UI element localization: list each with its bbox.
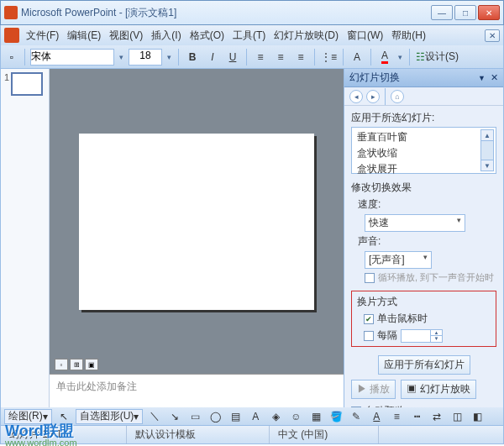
arrow-tool-icon[interactable]: ↘ bbox=[166, 408, 183, 425]
menu-insert[interactable]: 插入(I) bbox=[148, 27, 184, 45]
interval-spinner[interactable]: ▲ ▼ bbox=[401, 329, 443, 343]
interval-value bbox=[402, 330, 430, 342]
on-click-checkbox[interactable]: ✔ bbox=[364, 314, 374, 324]
spin-down-icon[interactable]: ▼ bbox=[430, 336, 442, 342]
rect-tool-icon[interactable]: ▭ bbox=[186, 408, 203, 425]
task-pane-dropdown-icon[interactable]: ▼ bbox=[478, 74, 486, 82]
nav-back-icon[interactable]: ◂ bbox=[349, 90, 363, 103]
slide-canvas-area: 单击此处添加备注 ▫ ⊞ ▣ bbox=[50, 69, 344, 407]
close-button[interactable]: ✕ bbox=[478, 5, 500, 20]
slide-thumbnails-panel: 1 bbox=[1, 69, 50, 407]
arrow-style-icon[interactable]: ⇄ bbox=[428, 408, 445, 425]
app-icon bbox=[4, 6, 18, 19]
underline-button[interactable]: U bbox=[224, 49, 241, 66]
font-color-button[interactable]: A bbox=[376, 49, 393, 66]
task-pane: 幻灯片切换 ▼ ✕ ◂ ▸ ⌂ 应用于所选幻灯片: 垂直百叶窗 盒状收缩 盒状展… bbox=[344, 69, 503, 407]
nav-forward-icon[interactable]: ▸ bbox=[366, 90, 380, 103]
font-name: 宋体 bbox=[31, 50, 51, 62]
bullets-button[interactable]: ⋮≡ bbox=[320, 49, 338, 66]
align-right-button[interactable]: ≡ bbox=[292, 49, 309, 66]
line-style-icon[interactable]: ≡ bbox=[388, 408, 405, 425]
loop-checkbox[interactable] bbox=[365, 273, 375, 283]
autoshapes-label: 自选图形(U) bbox=[80, 409, 134, 423]
clipart-tool-icon[interactable]: ☺ bbox=[287, 408, 304, 425]
align-left-button[interactable]: ≡ bbox=[252, 49, 269, 66]
size-dropdown-icon[interactable]: ▾ bbox=[165, 53, 173, 61]
speed-label: 速度: bbox=[358, 197, 381, 212]
caret-icon: ▾ bbox=[457, 216, 461, 224]
thumbnail-item[interactable]: 1 bbox=[4, 72, 45, 96]
oval-tool-icon[interactable]: ◯ bbox=[207, 408, 223, 425]
normal-view-button[interactable]: ▫ bbox=[55, 359, 68, 370]
diagram-tool-icon[interactable]: ◈ bbox=[267, 408, 284, 425]
drawing-toolbar: 绘图(R) ▾ ↖ 自选图形(U) ▾ ＼ ↘ ▭ ◯ ▤ A ◈ ☺ ▦ 🪣 … bbox=[0, 407, 504, 426]
on-click-label: 单击鼠标时 bbox=[377, 312, 428, 326]
autoshapes-menu[interactable]: 自选图形(U) ▾ bbox=[76, 409, 144, 424]
slideshow-view-button[interactable]: ▣ bbox=[85, 359, 98, 370]
doc-close-button[interactable]: ✕ bbox=[485, 29, 500, 42]
font-color-icon[interactable]: A bbox=[368, 408, 385, 425]
menu-help[interactable]: 帮助(H) bbox=[388, 27, 429, 45]
italic-button[interactable]: I bbox=[204, 49, 221, 66]
font-size-selector[interactable]: 18 bbox=[129, 49, 162, 66]
maximize-button[interactable]: □ bbox=[454, 5, 476, 20]
watermark-url: www.wordlm.com bbox=[5, 438, 77, 446]
new-doc-icon[interactable]: ▫ bbox=[4, 50, 19, 65]
slideshow-label: 幻灯片放映 bbox=[420, 383, 470, 395]
notes-pane[interactable]: 单击此处添加备注 bbox=[50, 374, 344, 407]
menu-format[interactable]: 格式(O) bbox=[186, 27, 228, 45]
effect-item[interactable]: 盒状展开 bbox=[354, 161, 480, 177]
titlebar: Microsoft PowerPoint - [演示文稿1] — □ ✕ bbox=[0, 0, 504, 25]
slide[interactable] bbox=[79, 134, 314, 310]
modify-label: 修改切换效果 bbox=[351, 181, 496, 195]
effect-item[interactable]: 垂直百叶窗 bbox=[354, 129, 480, 145]
transition-effect-list[interactable]: 垂直百叶窗 盒状收缩 盒状展开 ▲ ▼ bbox=[351, 127, 496, 174]
menu-view[interactable]: 视图(V) bbox=[106, 27, 146, 45]
menu-window[interactable]: 窗口(W) bbox=[344, 27, 386, 45]
picture-tool-icon[interactable]: ▦ bbox=[307, 408, 324, 425]
sorter-view-button[interactable]: ⊞ bbox=[70, 359, 83, 370]
align-center-button[interactable]: ≡ bbox=[272, 49, 289, 66]
minimize-button[interactable]: — bbox=[431, 5, 453, 20]
spin-up-icon[interactable]: ▲ bbox=[430, 330, 442, 336]
thumbnail-preview bbox=[11, 72, 43, 96]
3d-icon[interactable]: ◧ bbox=[469, 408, 486, 425]
font-color-dropdown-icon[interactable]: ▾ bbox=[396, 53, 404, 61]
apply-all-button[interactable]: 应用于所有幻灯片 bbox=[378, 355, 470, 375]
design-label: 设计(S) bbox=[425, 50, 459, 64]
menu-tools[interactable]: 工具(T) bbox=[229, 27, 269, 45]
scroll-up-icon[interactable]: ▲ bbox=[480, 129, 494, 141]
effect-item[interactable]: 盒状收缩 bbox=[354, 145, 480, 161]
scroll-track[interactable] bbox=[480, 141, 494, 160]
task-pane-close-icon[interactable]: ✕ bbox=[491, 72, 498, 83]
shadow-icon[interactable]: ◫ bbox=[449, 408, 465, 425]
slideshow-button[interactable]: ▣ 幻灯片放映 bbox=[401, 380, 475, 399]
nav-home-icon[interactable]: ⌂ bbox=[391, 90, 404, 103]
caret-icon: ▾ bbox=[423, 253, 428, 261]
design-button[interactable]: ☷ 设计(S) bbox=[415, 49, 459, 66]
office-orb-icon[interactable] bbox=[4, 28, 19, 43]
menu-file[interactable]: 文件(F) bbox=[23, 27, 62, 45]
play-button[interactable]: ▶ 播放 bbox=[351, 380, 396, 399]
formatting-toolbar: ▫ 宋体 ▾ 18 ▾ B I U ≡ ≡ ≡ ⋮≡ A A ▾ ☷ 设计(S) bbox=[0, 45, 504, 69]
notes-placeholder: 单击此处添加备注 bbox=[56, 380, 137, 392]
sound-dropdown[interactable]: [无声音]▾ bbox=[365, 251, 432, 269]
line-tool-icon[interactable]: ＼ bbox=[146, 408, 163, 425]
every-label: 每隔 bbox=[377, 328, 397, 343]
font-dropdown-icon[interactable]: ▾ bbox=[118, 53, 125, 61]
speed-dropdown[interactable]: 快速▾ bbox=[365, 214, 465, 232]
fill-color-icon[interactable]: 🪣 bbox=[328, 408, 344, 425]
increase-font-button[interactable]: A bbox=[349, 49, 365, 66]
line-color-icon[interactable]: ✎ bbox=[348, 408, 365, 425]
dash-style-icon[interactable]: ┅ bbox=[408, 408, 425, 425]
every-checkbox[interactable] bbox=[364, 331, 374, 341]
bold-button[interactable]: B bbox=[184, 49, 201, 66]
scroll-down-icon[interactable]: ▼ bbox=[480, 160, 494, 171]
font-selector[interactable]: 宋体 bbox=[30, 49, 114, 66]
textbox-tool-icon[interactable]: ▤ bbox=[227, 408, 244, 425]
status-template: 默认设计模板 bbox=[127, 426, 270, 443]
wordart-tool-icon[interactable]: A bbox=[247, 408, 264, 425]
menu-slideshow[interactable]: 幻灯片放映(D) bbox=[270, 27, 342, 45]
apply-selected-label: 应用于所选幻灯片: bbox=[351, 111, 496, 125]
menu-edit[interactable]: 编辑(E) bbox=[64, 27, 104, 45]
